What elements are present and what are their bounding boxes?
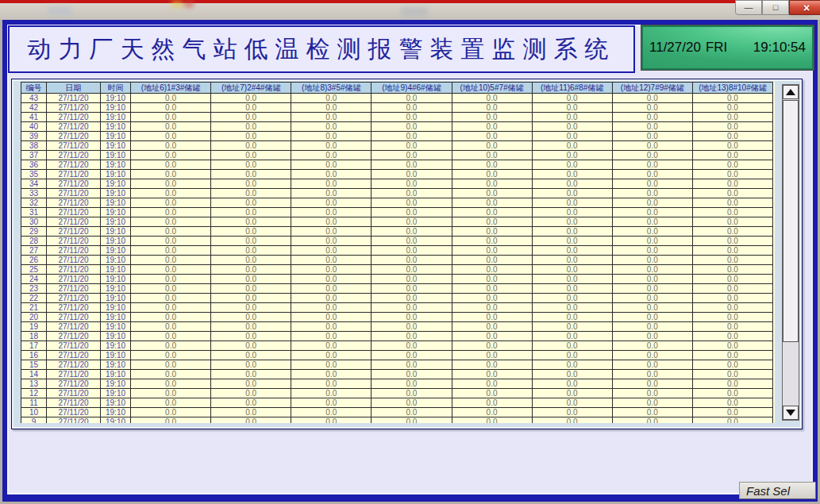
cell-meta: 35	[21, 170, 47, 179]
cell-value: 0.0	[291, 408, 372, 417]
table-viewport: 编号日期时间(地址6)1#3#储罐(地址7)2#4#储罐(地址8)3#5#储罐(…	[21, 82, 775, 423]
table-row: 1327/11/2019:100.00.00.00.00.00.00.00.0	[21, 379, 773, 389]
cell-value: 0.0	[612, 389, 692, 398]
cell-meta: 27/11/20	[47, 294, 101, 303]
cell-value: 0.0	[291, 208, 372, 217]
cell-value: 0.0	[612, 179, 692, 189]
table-row: 4027/11/2019:100.00.00.00.00.00.00.00.0	[21, 122, 773, 132]
cell-meta: 24	[21, 275, 47, 284]
cell-value: 0.0	[291, 217, 372, 227]
cell-value: 0.0	[211, 313, 291, 322]
cell-value: 0.0	[452, 94, 532, 103]
cell-value: 0.0	[692, 351, 772, 360]
table-row: 927/11/2019:100.00.00.00.00.00.00.00.0	[21, 417, 773, 424]
cell-meta: 27/11/20	[47, 141, 101, 151]
cell-value: 0.0	[692, 313, 772, 322]
cell-value: 0.0	[211, 103, 291, 113]
background-blur	[48, 6, 71, 16]
cell-value: 0.0	[372, 360, 452, 370]
cell-value: 0.0	[211, 246, 291, 256]
vertical-scrollbar[interactable]	[782, 84, 799, 421]
cell-value: 0.0	[291, 151, 372, 160]
cell-value: 0.0	[291, 113, 372, 122]
page-title: 动力厂天然气站低温检测报警装置监测系统	[28, 33, 616, 66]
cell-value: 0.0	[372, 151, 452, 160]
cell-value: 0.0	[612, 160, 692, 170]
cell-value: 0.0	[372, 217, 452, 227]
cell-value: 0.0	[131, 284, 211, 294]
cell-value: 0.0	[532, 132, 612, 141]
close-button[interactable]: ×	[789, 0, 820, 15]
cell-meta: 27/11/20	[47, 246, 101, 256]
cell-value: 0.0	[452, 313, 532, 322]
cell-value: 0.0	[211, 284, 291, 294]
cell-meta: 19:10	[101, 113, 131, 122]
cell-value: 0.0	[211, 379, 291, 389]
cell-value: 0.0	[131, 265, 211, 275]
cell-meta: 19:10	[101, 160, 131, 170]
cell-value: 0.0	[532, 408, 612, 417]
cell-value: 0.0	[452, 265, 532, 275]
cell-value: 0.0	[612, 313, 692, 322]
column-header: 编号	[21, 83, 47, 94]
cell-value: 0.0	[372, 227, 452, 237]
cell-value: 0.0	[692, 237, 772, 246]
cell-value: 0.0	[532, 151, 612, 160]
title-banner: 动力厂天然气站低温检测报警装置监测系统	[8, 25, 635, 73]
cell-meta: 27/11/20	[47, 408, 101, 417]
cell-value: 0.0	[211, 360, 291, 370]
cell-meta: 28	[21, 237, 47, 246]
column-header: (地址10)5#7#储罐	[452, 83, 532, 94]
table-row: 2527/11/2019:100.00.00.00.00.00.00.00.0	[21, 265, 773, 275]
cell-value: 0.0	[372, 237, 452, 246]
cell-meta: 27/11/20	[47, 284, 101, 294]
cell-value: 0.0	[211, 189, 291, 198]
minimize-button[interactable]: —	[735, 0, 762, 15]
cell-value: 0.0	[452, 141, 532, 151]
window-controls: — □ ×	[735, 0, 820, 15]
scroll-up-button[interactable]	[783, 85, 799, 99]
cell-value: 0.0	[131, 303, 211, 313]
cell-value: 0.0	[692, 217, 772, 227]
cell-value: 0.0	[131, 160, 211, 170]
cell-value: 0.0	[372, 122, 452, 132]
cell-meta: 27/11/20	[47, 313, 101, 322]
cell-meta: 38	[21, 141, 47, 151]
cell-value: 0.0	[372, 417, 452, 424]
scroll-down-button[interactable]	[783, 406, 799, 420]
column-header: (地址8)3#5#储罐	[291, 83, 372, 94]
fast-sel-button[interactable]: Fast Sel	[739, 482, 816, 499]
cell-value: 0.0	[612, 351, 692, 360]
table-row: 1227/11/2019:100.00.00.00.00.00.00.00.0	[21, 389, 773, 398]
cell-meta: 27/11/20	[47, 341, 101, 351]
cell-meta: 27/11/20	[47, 332, 101, 341]
cell-value: 0.0	[211, 160, 291, 170]
cell-value: 0.0	[612, 275, 692, 284]
cell-value: 0.0	[372, 160, 452, 170]
scrollbar-thumb[interactable]	[783, 100, 799, 342]
cell-value: 0.0	[211, 227, 291, 237]
cell-value: 0.0	[211, 179, 291, 189]
cell-value: 0.0	[291, 170, 372, 179]
background-blur	[401, 7, 428, 17]
maximize-button[interactable]: □	[762, 0, 789, 15]
cell-value: 0.0	[211, 217, 291, 227]
cell-meta: 27/11/20	[47, 198, 101, 208]
cell-value: 0.0	[131, 122, 211, 132]
background-blur	[184, 1, 194, 7]
cell-meta: 31	[21, 208, 47, 217]
cell-value: 0.0	[692, 246, 772, 256]
cell-meta: 25	[21, 265, 47, 275]
cell-value: 0.0	[532, 103, 612, 113]
cell-meta: 27/11/20	[47, 227, 101, 237]
cell-value: 0.0	[532, 294, 612, 303]
cell-value: 0.0	[372, 179, 452, 189]
cell-value: 0.0	[211, 294, 291, 303]
cell-value: 0.0	[291, 284, 372, 294]
cell-value: 0.0	[291, 322, 372, 332]
cell-value: 0.0	[692, 160, 772, 170]
table-row: 2927/11/2019:100.00.00.00.00.00.00.00.0	[21, 227, 773, 237]
cell-value: 0.0	[612, 256, 692, 265]
cell-meta: 27/11/20	[47, 303, 101, 313]
cell-value: 0.0	[291, 417, 372, 424]
